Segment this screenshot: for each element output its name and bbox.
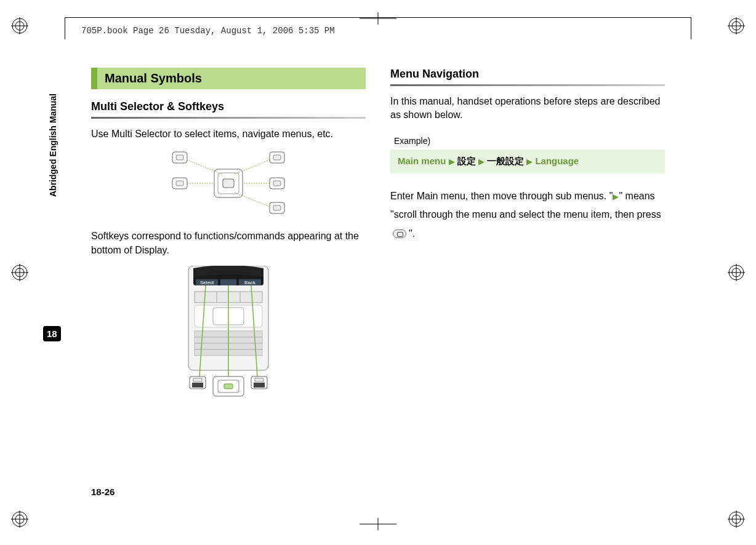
subsection-rule — [390, 84, 665, 86]
registration-mark-icon — [728, 264, 745, 281]
right-column: Menu Navigation In this manual, handset … — [390, 68, 665, 496]
softkey-figure: Select Back — [91, 266, 366, 401]
body-text: In this manual, handset operations befor… — [390, 95, 665, 122]
multi-selector-figure — [91, 149, 366, 217]
svg-rect-50 — [220, 279, 236, 285]
section-title: Manual Symbols — [91, 68, 366, 89]
registration-mark-icon — [728, 17, 745, 34]
triangle-icon: ▶ — [613, 192, 619, 201]
chapter-tab: 18 — [43, 326, 61, 341]
sidebar-label: Abridged English Manual — [48, 93, 58, 197]
nav-step: 設定 — [457, 156, 476, 166]
registration-mark-icon — [11, 17, 28, 34]
svg-rect-70 — [254, 383, 265, 388]
left-column: Manual Symbols Multi Selector & Softkeys… — [91, 68, 366, 496]
registration-mark-icon — [11, 264, 28, 281]
triangle-icon: ▶ — [478, 157, 485, 166]
crop-cross-icon — [360, 518, 396, 533]
text-part: Enter Main menu, then move through sub m… — [390, 191, 613, 201]
triangle-icon: ▶ — [449, 157, 455, 166]
svg-rect-41 — [273, 155, 281, 160]
svg-rect-68 — [224, 384, 233, 389]
crop-cross-icon — [360, 12, 396, 27]
file-header-info: 705P.book Page 26 Tuesday, August 1, 200… — [81, 26, 335, 36]
body-text: Enter Main menu, then move through sub m… — [390, 187, 665, 243]
registration-mark-icon — [11, 511, 28, 528]
text-part: ". — [409, 228, 415, 239]
header-rule-right — [691, 17, 691, 39]
subsection-rule — [91, 117, 366, 119]
svg-rect-65 — [192, 383, 203, 388]
page-content: Manual Symbols Multi Selector & Softkeys… — [91, 68, 665, 496]
nav-step: 一般設定 — [487, 156, 524, 166]
softkey-right-label: Back — [244, 280, 256, 285]
body-text: Use Multi Selector to select items, navi… — [91, 127, 366, 141]
nav-step: Language — [535, 156, 579, 166]
registration-mark-icon — [728, 511, 745, 528]
softkey-left-label: Select — [200, 280, 214, 285]
nav-main: Main menu — [398, 156, 446, 166]
svg-rect-39 — [176, 181, 183, 186]
svg-rect-37 — [176, 155, 183, 160]
header-rule — [65, 17, 691, 18]
svg-rect-30 — [223, 179, 234, 188]
body-text: Softkeys correspond to functions/command… — [91, 229, 366, 257]
nav-example-box: Main menu ▶ 設定 ▶ 一般設定 ▶ Language — [390, 149, 665, 173]
ok-button-icon — [393, 229, 406, 238]
svg-rect-43 — [273, 181, 281, 186]
subsection-title: Menu Navigation — [390, 68, 665, 81]
example-label: Example) — [394, 136, 665, 146]
subsection-title: Multi Selector & Softkeys — [91, 100, 366, 113]
svg-rect-45 — [273, 205, 281, 210]
header-rule-left — [65, 17, 65, 39]
triangle-icon: ▶ — [526, 157, 533, 166]
